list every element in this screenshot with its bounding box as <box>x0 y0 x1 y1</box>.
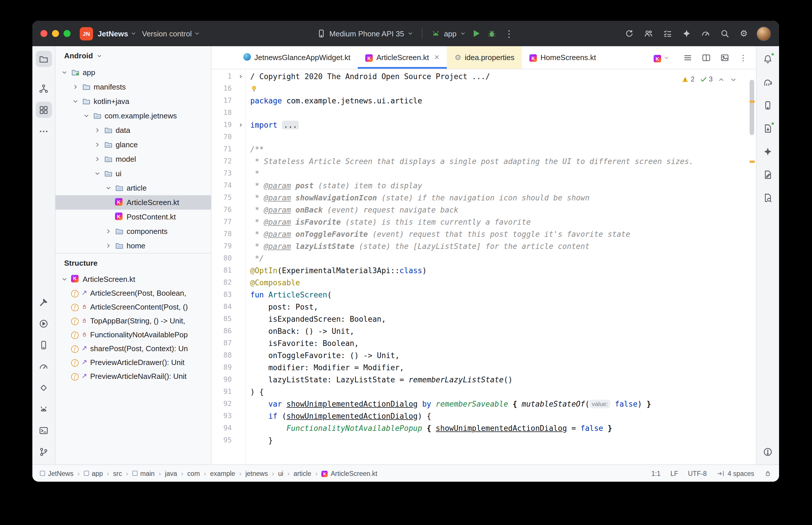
search-everywhere-icon[interactable] <box>720 29 729 38</box>
line-number[interactable]: 17 <box>211 95 236 107</box>
inspections-widget[interactable]: 2 3 <box>679 72 740 87</box>
breadcrumb-item-articlescreen-kt[interactable]: KArticleScreen.kt <box>322 469 378 477</box>
device-explorer-icon[interactable] <box>760 120 776 136</box>
find-tool-icon[interactable] <box>760 190 776 206</box>
tree-item-home[interactable]: home <box>56 239 211 253</box>
line-number[interactable]: 80 <box>211 252 236 265</box>
line-number[interactable]: 73 <box>211 167 236 180</box>
run-button[interactable] <box>471 28 482 39</box>
line-number[interactable]: 18 <box>211 107 236 119</box>
structure-item-topappbar-string-unit[interactable]: fTopAppBar(String, () -> Unit, <box>56 314 211 328</box>
hidden-tabs-button[interactable]: K <box>648 46 675 69</box>
code-line[interactable]: 16 <box>211 82 756 95</box>
chevron-right-icon[interactable] <box>71 84 79 90</box>
chevron-down-icon[interactable] <box>82 112 90 119</box>
encoding-widget[interactable]: UTF-8 <box>688 470 707 477</box>
chevron-right-icon[interactable] <box>104 228 112 235</box>
line-number[interactable]: 82 <box>211 277 236 289</box>
chevron-right-icon[interactable] <box>104 243 112 249</box>
tree-item-app[interactable]: app <box>56 65 211 80</box>
editor-scrollbar[interactable] <box>748 69 756 464</box>
structure-tool-icon[interactable] <box>35 102 52 118</box>
code-line[interactable]: 79 * @param lazyListState (state) the [L… <box>211 240 756 252</box>
tree-item-components[interactable]: components <box>56 224 211 239</box>
editor-layout-icon[interactable] <box>720 53 729 62</box>
breadcrumb-item-com[interactable]: com <box>187 470 200 477</box>
code-line[interactable]: 95 } <box>211 434 756 447</box>
code-line[interactable]: 75 * @param showNavigationIcon (state) i… <box>211 192 756 204</box>
code-line[interactable]: 81@OptIn(ExperimentalMaterial3Api::class… <box>211 265 756 277</box>
line-number[interactable]: 77 <box>211 216 236 228</box>
tree-item-article[interactable]: article <box>56 181 211 195</box>
structure-item-articlescreen-kt[interactable]: KArticleScreen.kt <box>56 272 211 286</box>
code-line[interactable]: 78 * @param onToggleFavorite (event) req… <box>211 228 756 240</box>
device-manager-icon[interactable] <box>760 97 776 113</box>
code-line[interactable]: 77 * @param isFavorite (state) is this i… <box>211 216 756 228</box>
editor-tab-idea-properties[interactable]: ⚙idea.properties <box>447 46 522 69</box>
readonly-lock-icon[interactable] <box>764 469 771 477</box>
line-number[interactable]: 93 <box>211 410 236 422</box>
terminal-icon[interactable] <box>35 422 52 438</box>
profiler-tool-icon[interactable] <box>35 358 52 374</box>
code-line[interactable]: 82@Composable <box>211 277 756 289</box>
next-problem-icon[interactable] <box>730 76 737 83</box>
caret-position[interactable]: 1:1 <box>651 470 661 477</box>
chevron-right-icon[interactable] <box>93 156 101 162</box>
code-line[interactable]: 92 var showUnimplementedActionDialog by … <box>211 398 756 410</box>
prev-problem-icon[interactable] <box>718 76 725 83</box>
code-line[interactable]: 18 <box>211 107 756 119</box>
problems-icon[interactable] <box>760 444 776 460</box>
close-button[interactable] <box>41 30 47 37</box>
tree-item-articlescreen-kt[interactable]: KArticleScreen.kt <box>56 195 211 210</box>
editor-tab-articlescreen-kt[interactable]: KArticleScreen.kt✕ <box>358 46 447 69</box>
line-number[interactable]: 85 <box>211 313 236 325</box>
tree-item-kotlin-java[interactable]: kotlin+java <box>56 94 211 109</box>
notifications-icon[interactable] <box>760 51 776 67</box>
line-number[interactable]: 70 <box>211 131 236 143</box>
line-number[interactable]: 90 <box>211 374 236 386</box>
tree-item-ui[interactable]: ui <box>56 166 211 181</box>
build-icon[interactable] <box>35 294 52 310</box>
code-line[interactable]: 89 modifier: Modifier = Modifier, <box>211 362 756 374</box>
version-control-icon[interactable] <box>35 444 52 460</box>
code-line[interactable]: 80 */ <box>211 252 756 265</box>
line-number[interactable]: 74 <box>211 180 236 192</box>
line-number[interactable]: 92 <box>211 398 236 410</box>
tree-item-model[interactable]: model <box>56 152 211 166</box>
editor-options-icon[interactable]: ⋮ <box>739 53 748 62</box>
line-number[interactable]: 81 <box>211 265 236 277</box>
run-tool-icon[interactable] <box>35 315 52 331</box>
run-config-selector[interactable]: app <box>431 29 466 38</box>
code-line[interactable]: 19import ... <box>211 119 756 131</box>
chevron-down-icon[interactable] <box>93 170 101 177</box>
split-editor-icon[interactable] <box>702 53 711 62</box>
line-number[interactable]: 16 <box>211 82 236 95</box>
code-line[interactable]: 1/ Copyright 2020 The Android Open Sourc… <box>211 71 756 82</box>
code-editor[interactable]: 1/ Copyright 2020 The Android Open Sourc… <box>211 69 756 464</box>
line-number[interactable]: 72 <box>211 155 236 167</box>
line-number[interactable]: 79 <box>211 240 236 252</box>
line-separator-widget[interactable]: LF <box>670 470 678 477</box>
chevron-down-icon[interactable] <box>71 98 79 105</box>
breadcrumb-item-main[interactable]: main <box>132 470 154 477</box>
line-number[interactable]: 94 <box>211 422 236 434</box>
code-line[interactable]: 71/** <box>211 143 756 155</box>
structure-item-previewarticledrawer-unit[interactable]: fPreviewArticleDrawer(): Unit <box>56 355 211 369</box>
warning-stripe-mark[interactable] <box>750 161 755 163</box>
line-number[interactable]: 76 <box>211 204 236 216</box>
code-line[interactable]: 73 * <box>211 167 756 180</box>
fullscreen-button[interactable] <box>63 30 71 37</box>
structure-item-sharepost-post-context-un[interactable]: fsharePost(Post, Context): Un <box>56 341 211 355</box>
line-number[interactable]: 88 <box>211 349 236 362</box>
logcat-icon[interactable] <box>35 401 52 417</box>
app-inspection-icon[interactable] <box>35 379 52 396</box>
tree-item-com-example-jetnews[interactable]: com.example.jetnews <box>56 109 211 123</box>
structure-item-previewarticlenavrail-unit[interactable]: fPreviewArticleNavRail(): Unit <box>56 369 211 383</box>
code-line[interactable]: 83fun ArticleScreen( <box>211 289 756 301</box>
code-fold-icon[interactable] <box>236 119 245 131</box>
tree-item-glance[interactable]: glance <box>56 137 211 152</box>
chevron-down-icon[interactable] <box>60 69 68 76</box>
scrollbar-thumb[interactable] <box>750 80 754 135</box>
running-devices-panel-icon[interactable] <box>760 166 776 182</box>
warnings-indicator[interactable]: 2 <box>681 73 694 86</box>
